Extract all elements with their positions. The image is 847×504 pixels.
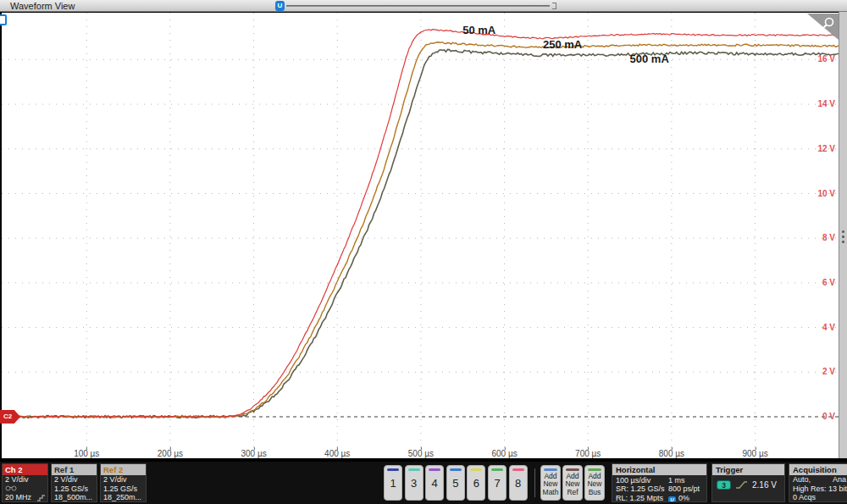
- pan-position-icon: U: [668, 496, 676, 502]
- channel-button-3[interactable]: 3: [405, 465, 424, 501]
- x-axis-label: 700 µs: [575, 447, 601, 458]
- horizontal-panel[interactable]: Horizontal 100 µs/div 1 ms SR: 1.25 GS/s…: [612, 463, 707, 502]
- ref-sample-rate: 1.25 GS/s: [52, 485, 97, 494]
- bottom-settings-bar: Ch 22 V/div20 MHzRef 12 V/div1.25 GS/s18…: [0, 462, 847, 504]
- channel-color-stripe: [450, 468, 462, 471]
- add-new-bus-button[interactable]: Add New Bus: [584, 465, 605, 501]
- channel-button-1[interactable]: 1: [384, 465, 402, 501]
- channel-color-stripe: [387, 468, 399, 471]
- channel-scale: 2 V/div: [101, 475, 146, 485]
- add-new-math-button[interactable]: Add New Math: [540, 465, 561, 501]
- acquisition-mode: Auto,: [793, 475, 811, 485]
- horizontal-sample-rate: SR: 1.25 GS/s: [616, 485, 668, 493]
- probe-icon: [5, 485, 17, 491]
- y-axis-label: 8 V: [822, 233, 835, 242]
- y-axis-label: 14 V: [817, 99, 835, 108]
- pan-position-icon[interactable]: U: [275, 1, 285, 11]
- scrollbar-grip-icon[interactable]: [842, 230, 844, 233]
- acquisition-count: 0 Acqs: [789, 493, 847, 502]
- horizontal-pan-slider[interactable]: U: [275, 0, 556, 12]
- x-axis-label: 400 µs: [324, 447, 350, 458]
- x-axis-label: 100 µs: [74, 447, 99, 458]
- button-group-divider: [534, 468, 535, 497]
- waveform-canvas[interactable]: 50 mA250 mA500 mA: [2, 13, 839, 447]
- trace-label: 500 mA: [630, 53, 670, 65]
- trigger-level: 2.16 V: [752, 480, 777, 490]
- channel-badge-ref-2[interactable]: Ref 22 V/div1.25 GS/s18_250m...: [100, 463, 147, 502]
- add-color-stripe: [544, 468, 557, 471]
- horizontal-resolution: 800 ps/pt: [668, 485, 706, 493]
- channel-badge-header: Ref 1: [52, 464, 97, 475]
- horizontal-scale: 100 µs/div: [616, 476, 668, 485]
- trigger-position-icon[interactable]: [0, 14, 7, 25]
- horizontal-record-length: RL: 1.25 Mpts: [616, 494, 668, 502]
- ref-file-name: 18_500m...: [52, 493, 97, 502]
- x-axis-label: 200 µs: [158, 447, 183, 458]
- channel-bandwidth: 20 MHz: [5, 493, 31, 502]
- channel-color-stripe: [429, 468, 440, 471]
- channel-button-4[interactable]: 4: [425, 465, 444, 501]
- x-axis-label: 900 µs: [742, 447, 767, 458]
- x-axis-label: 800 µs: [659, 447, 684, 458]
- y-axis-label: 4 V: [822, 323, 835, 332]
- trace-label: 50 mA: [462, 24, 496, 36]
- channel-color-stripe: [408, 468, 420, 471]
- waveform-view-title: Waveform View: [10, 0, 75, 12]
- rising-edge-icon: [735, 479, 748, 490]
- channel-color-stripe: [470, 468, 482, 471]
- channel-color-stripe: [512, 468, 524, 471]
- channel-badge-header: Ref 2: [101, 464, 146, 475]
- x-axis-label: 300 µs: [241, 447, 266, 458]
- acquisition-panel[interactable]: Acquisition Auto, Ana High Res: 13 bit 0…: [789, 463, 847, 502]
- channel-button-6[interactable]: 6: [467, 465, 485, 501]
- channel-button-8[interactable]: 8: [509, 465, 528, 501]
- staircase-icon: [36, 494, 45, 501]
- trace-label: 250 mA: [543, 38, 583, 51]
- y-axis-label: 6 V: [822, 278, 835, 287]
- channel-color-stripe: [491, 468, 503, 471]
- y-axis-label: 0 V: [822, 412, 835, 421]
- channel-badge-ch-2[interactable]: Ch 22 V/div20 MHz: [2, 463, 48, 502]
- channel-scale: 2 V/div: [52, 475, 97, 485]
- horizontal-position: U0%: [668, 494, 706, 502]
- channel-button-7[interactable]: 7: [488, 465, 507, 501]
- add-new-ref-button[interactable]: Add New Ref: [562, 465, 583, 501]
- add-color-stripe: [588, 468, 601, 471]
- trigger-source-badge[interactable]: 3: [717, 480, 731, 490]
- channel-scale: 2 V/div: [3, 475, 47, 485]
- vertical-scrollbar[interactable]: [839, 12, 847, 458]
- x-axis-label: 500 µs: [408, 447, 434, 458]
- acquisition-mode-extra: Ana: [833, 475, 846, 485]
- waveform-plot[interactable]: 50 mA250 mA500 mA 0 V2 V4 V6 V8 V10 V12 …: [2, 13, 839, 458]
- pan-slider-track[interactable]: [286, 5, 550, 7]
- channel-button-5[interactable]: 5: [446, 465, 465, 501]
- channel-badge-ref-1[interactable]: Ref 12 V/div1.25 GS/s18_500m...: [51, 463, 97, 502]
- acquisition-panel-header: Acquisition: [789, 464, 847, 475]
- add-color-stripe: [566, 468, 579, 471]
- y-axis-label: 12 V: [817, 144, 835, 153]
- y-axis-label: 10 V: [817, 189, 835, 198]
- y-axis-label: 16 V: [817, 54, 835, 64]
- y-axis-label: 2 V: [822, 367, 835, 376]
- acquisition-detail: High Res: 13 bit: [789, 485, 847, 494]
- oscilloscope-screen: Waveform View U 50 mA250 mA500 mA 0 V2 V…: [0, 0, 847, 504]
- ref-file-name: 18_250m...: [101, 493, 146, 502]
- pan-slider-end-bracket: [552, 3, 556, 9]
- waveform-view-titlebar[interactable]: Waveform View U: [0, 0, 847, 12]
- time-axis: 100 µs200 µs300 µs400 µs500 µs600 µs700 …: [2, 447, 839, 458]
- x-axis-label: 600 µs: [491, 447, 517, 458]
- trigger-panel[interactable]: Trigger 3 2.16 V: [711, 463, 785, 502]
- horizontal-duration: 1 ms: [668, 476, 706, 485]
- ref-sample-rate: 1.25 GS/s: [101, 485, 146, 494]
- trace-500-ma: [3, 49, 839, 418]
- horizontal-panel-header: Horizontal: [612, 464, 706, 475]
- channel-badge-header: Ch 2: [3, 464, 47, 475]
- trigger-panel-header: Trigger: [712, 464, 784, 475]
